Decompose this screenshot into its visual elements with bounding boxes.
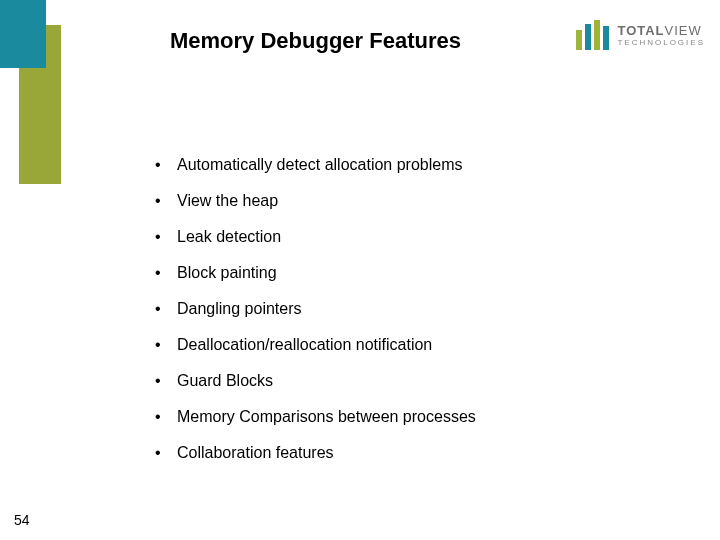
brand-logo-text: TOTALVIEW TECHNOLOGIES bbox=[617, 24, 705, 47]
page-number: 54 bbox=[14, 512, 30, 528]
list-item-label: View the heap bbox=[177, 192, 278, 210]
list-item-label: Dangling pointers bbox=[177, 300, 302, 318]
list-item-label: Memory Comparisons between processes bbox=[177, 408, 476, 426]
list-item: Collaboration features bbox=[155, 444, 695, 462]
list-item: Leak detection bbox=[155, 228, 695, 246]
brand-subtitle: TECHNOLOGIES bbox=[617, 39, 705, 47]
list-item-label: Guard Blocks bbox=[177, 372, 273, 390]
slide-title: Memory Debugger Features bbox=[170, 28, 461, 54]
list-item-label: Leak detection bbox=[177, 228, 281, 246]
list-item-label: Block painting bbox=[177, 264, 277, 282]
brand-name-part1: TOTAL bbox=[617, 23, 664, 38]
list-item: Block painting bbox=[155, 264, 695, 282]
decorative-block-teal bbox=[0, 0, 46, 68]
list-item: Guard Blocks bbox=[155, 372, 695, 390]
brand-logo: TOTALVIEW TECHNOLOGIES bbox=[576, 20, 705, 50]
list-item: Automatically detect allocation problems bbox=[155, 156, 695, 174]
list-item: View the heap bbox=[155, 192, 695, 210]
list-item: Memory Comparisons between processes bbox=[155, 408, 695, 426]
list-item-label: Collaboration features bbox=[177, 444, 334, 462]
brand-name-part2: VIEW bbox=[665, 23, 702, 38]
brand-logo-bars-icon bbox=[576, 20, 609, 50]
feature-list: Automatically detect allocation problems… bbox=[115, 156, 695, 480]
brand-name: TOTALVIEW bbox=[617, 24, 705, 37]
list-item: Deallocation/reallocation notification bbox=[155, 336, 695, 354]
list-item-label: Automatically detect allocation problems bbox=[177, 156, 462, 174]
list-item: Dangling pointers bbox=[155, 300, 695, 318]
list-item-label: Deallocation/reallocation notification bbox=[177, 336, 432, 354]
